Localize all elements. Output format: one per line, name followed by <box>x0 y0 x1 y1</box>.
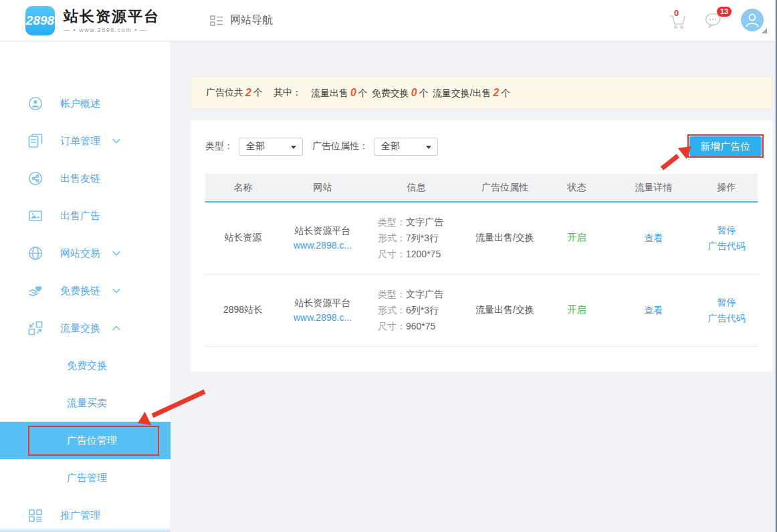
ad-slot-table: 名称 网站 信息 广告位属性 状态 流量详情 操作 站长资源 <box>205 174 758 347</box>
ad-code-link[interactable]: 广告代码 <box>708 313 746 323</box>
table-header-row: 名称 网站 信息 广告位属性 状态 流量详情 操作 <box>205 174 758 202</box>
user-icon <box>742 10 762 30</box>
sidebar-item-sell-ads[interactable]: 出售广告 <box>0 197 171 235</box>
type-filter-label: 类型： <box>205 140 233 152</box>
sidebar-subitem-traffic-trading[interactable]: 流量买卖 <box>0 384 171 422</box>
cart-count-badge: 0 <box>674 8 679 18</box>
add-ad-slot-button[interactable]: 新增广告位 <box>689 136 762 156</box>
exchange-sell-count: 2 <box>493 87 500 98</box>
table-row: 站长资源 站长资源平台 www.2898.c... 类型：文字广告 形式：7列*… <box>205 202 758 274</box>
sidebar: 帐户概述 订单管理 <box>0 41 171 532</box>
logo[interactable]: 2898 站长资源平台 — • www.2898.com • — <box>25 6 160 35</box>
cell-attr: 流量出售/交换 <box>468 202 542 274</box>
cell-actions: 暂停 广告代码 <box>695 274 758 346</box>
col-traffic: 流量详情 <box>612 174 695 202</box>
free-exchange-count: 0 <box>411 87 417 98</box>
site-url-link[interactable]: www.2898.c... <box>281 238 364 253</box>
user-circle-icon <box>28 96 43 111</box>
main-content: 广告位共2个 其中： 流量出售0个 免费交换0个 流量交换/出售2个 类型： 全… <box>171 41 777 532</box>
order-document-icon <box>28 134 43 148</box>
status-badge: 开启 <box>542 274 612 346</box>
cell-info: 类型：文字广告 形式：6列*3行 尺寸：960*75 <box>364 274 468 346</box>
type-select[interactable]: 全部 <box>239 138 303 156</box>
grid-icon <box>28 508 43 523</box>
header-actions: 0 13 <box>667 9 777 33</box>
ad-code-link[interactable]: 广告代码 <box>708 241 746 251</box>
col-status: 状态 <box>542 174 612 202</box>
user-avatar <box>741 9 764 31</box>
user-menu[interactable] <box>741 9 765 33</box>
sidebar-subitem-ad-management[interactable]: 广告管理 <box>0 459 171 497</box>
pause-link[interactable]: 暂停 <box>717 225 736 235</box>
cell-attr: 流量出售/交换 <box>468 274 542 346</box>
chevron-down-icon <box>112 251 120 256</box>
sidebar-bottom-glow <box>0 527 170 532</box>
sidebar-item-traffic-exchange[interactable]: 流量交换 <box>0 309 171 347</box>
handshake-icon <box>28 283 43 298</box>
grid-list-icon <box>210 15 223 27</box>
total-count: 2 <box>245 87 251 99</box>
top-header: 2898 站长资源平台 — • www.2898.com • — 网站导航 <box>0 0 777 41</box>
sidebar-item-sell-links[interactable]: 出售友链 <box>0 160 171 197</box>
cell-name: 站长资源 <box>205 202 281 274</box>
sidebar-item-free-link-exchange[interactable]: 免费换链 <box>0 272 171 309</box>
chevron-up-icon <box>112 325 120 331</box>
app-window: 2898 站长资源平台 — • www.2898.com • — 网站导航 <box>0 0 777 532</box>
select-caret-icon <box>426 146 431 149</box>
cart-button[interactable]: 0 <box>667 11 687 31</box>
site-url-link[interactable]: www.2898.c... <box>281 310 364 325</box>
exchange-icon <box>28 321 43 336</box>
table-row: 2898站长 站长资源平台 www.2898.c... 类型：文字广告 形式：6… <box>205 274 758 346</box>
col-name: 名称 <box>205 174 281 202</box>
status-badge: 开启 <box>542 202 612 274</box>
col-site: 网站 <box>281 174 364 202</box>
summary-notice-bar: 广告位共2个 其中： 流量出售0个 免费交换0个 流量交换/出售2个 <box>191 77 772 109</box>
logo-badge: 2898 <box>25 6 55 35</box>
sell-count: 0 <box>350 87 356 98</box>
sidebar-subitem-free-exchange[interactable]: 免费交换 <box>0 347 171 384</box>
cell-info: 类型：文字广告 形式：7列*3行 尺寸：1200*75 <box>364 202 468 274</box>
cell-name: 2898站长 <box>205 274 281 346</box>
attr-select[interactable]: 全部 <box>374 138 438 156</box>
dropdown-corner-icon <box>762 28 767 33</box>
sidebar-item-site-trading[interactable]: 网站交易 <box>0 235 171 272</box>
nav-site-directory[interactable]: 网站导航 <box>210 13 273 27</box>
chevron-down-icon <box>112 288 120 293</box>
filter-bar: 类型： 全部 广告位属性： 全部 <box>205 136 447 156</box>
cell-site: 站长资源平台 www.2898.c... <box>281 202 364 274</box>
ad-slot-panel: 类型： 全部 广告位属性： 全部 新增广告位 <box>191 120 772 372</box>
cell-site: 站长资源平台 www.2898.c... <box>281 274 364 346</box>
col-actions: 操作 <box>695 174 758 202</box>
sidebar-subitem-ad-slot-management[interactable]: 广告位管理 <box>0 422 171 459</box>
cell-actions: 暂停 广告代码 <box>695 202 758 274</box>
col-info: 信息 <box>364 174 468 202</box>
message-count-badge: 13 <box>717 7 732 17</box>
pause-link[interactable]: 暂停 <box>717 297 736 307</box>
nav-site-directory-label: 网站导航 <box>230 13 273 27</box>
site-subtitle: — • www.2898.com • — <box>64 27 160 33</box>
attr-filter-label: 广告位属性： <box>312 140 368 152</box>
messages-button[interactable]: 13 <box>703 11 724 30</box>
sidebar-item-order-management[interactable]: 订单管理 <box>0 122 171 160</box>
chevron-down-icon <box>112 138 120 144</box>
view-traffic-link[interactable]: 查看 <box>645 305 663 315</box>
globe-icon <box>28 246 43 261</box>
select-caret-icon <box>291 146 296 149</box>
image-icon <box>28 209 43 223</box>
sidebar-item-account-overview[interactable]: 帐户概述 <box>0 85 171 122</box>
view-traffic-link[interactable]: 查看 <box>645 233 663 243</box>
col-attr: 广告位属性 <box>468 174 542 202</box>
site-title: 站长资源平台 <box>64 8 160 25</box>
share-icon <box>28 171 43 186</box>
